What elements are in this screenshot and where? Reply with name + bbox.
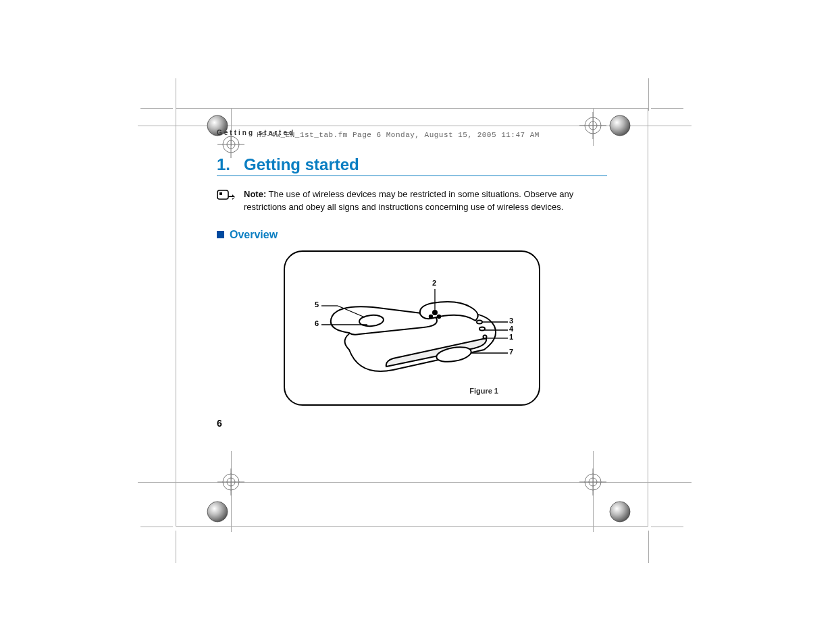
- section-title: Overview: [230, 229, 278, 241]
- svg-point-14: [484, 335, 487, 338]
- svg-point-12: [477, 320, 482, 323]
- callout-1: 1: [509, 333, 513, 341]
- note-block: Note: The use of wireless devices may be…: [217, 188, 607, 214]
- callout-3: 3: [509, 317, 513, 325]
- callout-7: 7: [509, 348, 513, 356]
- svg-point-10: [429, 315, 432, 317]
- callout-4: 4: [509, 325, 513, 333]
- chapter-title: Getting started: [244, 155, 359, 173]
- note-label: Note:: [244, 189, 266, 199]
- section-bullet-icon: [217, 231, 224, 238]
- note-text: Note: The use of wireless devices may be…: [244, 188, 607, 214]
- page-number: 6: [217, 418, 607, 429]
- note-body: The use of wireless devices may be restr…: [244, 189, 573, 212]
- callout-2: 2: [432, 279, 436, 287]
- document-page: Getting started 1. Getting started Note:…: [176, 108, 648, 527]
- svg-rect-6: [219, 192, 222, 195]
- running-head: Getting started: [217, 129, 607, 136]
- callout-6: 6: [315, 319, 319, 327]
- svg-rect-5: [217, 190, 228, 199]
- headset-illustration: [285, 252, 542, 407]
- svg-point-11: [438, 315, 440, 317]
- callout-5: 5: [315, 300, 319, 308]
- chapter-heading: 1. Getting started: [217, 155, 607, 176]
- chapter-number: 1.: [217, 155, 230, 173]
- figure-box: 2 5 6 3 4 1 7 Figure 1: [284, 250, 540, 406]
- note-icon: [217, 190, 236, 209]
- svg-point-9: [433, 311, 437, 315]
- section-heading: Overview: [217, 229, 607, 241]
- svg-point-13: [479, 327, 485, 330]
- figure-caption: Figure 1: [469, 387, 498, 395]
